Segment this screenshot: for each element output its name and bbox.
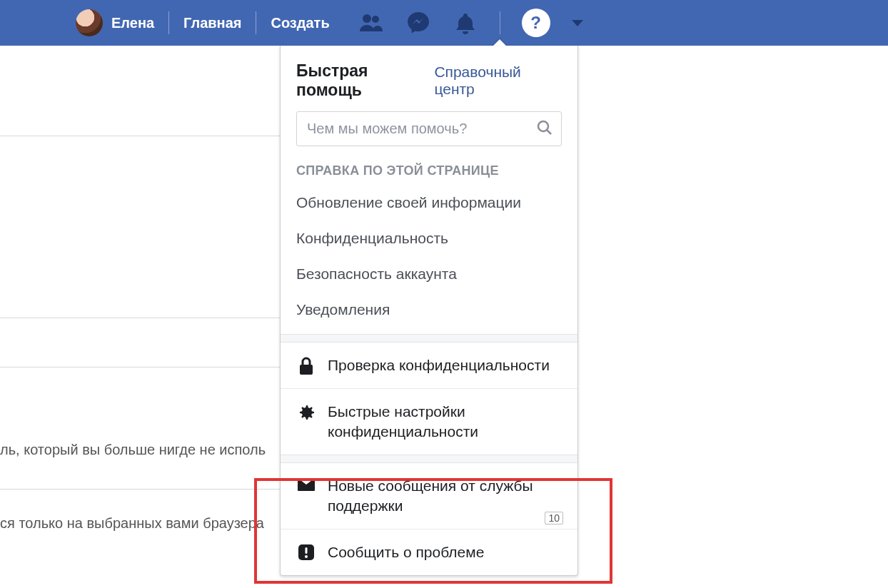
help-topic-notifications[interactable]: Уведомления xyxy=(281,294,577,334)
section-heading: СПРАВКА ПО ЭТОЙ СТРАНИЦЕ xyxy=(281,159,577,187)
svg-rect-7 xyxy=(306,547,308,554)
nav-separator xyxy=(500,11,500,34)
background-content: ль, который вы больше нигде не исполь ся… xyxy=(0,46,314,557)
gear-icon xyxy=(296,403,316,422)
question-mark-icon: ? xyxy=(530,13,541,33)
panel-title: Быстрая помощь xyxy=(296,61,434,100)
help-dropdown: Быстрая помощь Справочный центр СПРАВКА … xyxy=(280,46,578,576)
help-topic-update-info[interactable]: Обновление своей информации xyxy=(281,187,577,223)
account-menu-caret-icon[interactable] xyxy=(572,20,583,26)
exclamation-icon xyxy=(296,544,316,561)
nav-icons-group: ? xyxy=(358,9,583,37)
divider xyxy=(281,334,577,343)
messenger-icon[interactable] xyxy=(405,10,431,36)
top-nav-bar: Елена Главная Создать ? xyxy=(0,0,888,46)
svg-point-1 xyxy=(372,16,379,23)
friends-icon[interactable] xyxy=(358,10,384,36)
svg-rect-4 xyxy=(300,365,313,375)
report-problem-item[interactable]: Сообщить о проблеме xyxy=(281,529,577,575)
support-inbox-badge: 10 xyxy=(545,512,563,524)
svg-point-8 xyxy=(305,555,308,558)
avatar[interactable] xyxy=(76,9,103,36)
profile-name-link[interactable]: Елена xyxy=(111,15,154,31)
nav-separator xyxy=(256,11,256,34)
svg-point-2 xyxy=(538,121,548,131)
home-link[interactable]: Главная xyxy=(183,15,241,31)
svg-line-3 xyxy=(548,130,552,134)
lock-icon xyxy=(296,357,316,375)
dropdown-arrow xyxy=(493,39,507,46)
divider xyxy=(281,455,577,463)
privacy-shortcuts-item[interactable]: Быстрые настройки конфиденциальности xyxy=(281,389,577,455)
support-inbox-item[interactable]: Новые сообщения от службы поддержки 10 xyxy=(281,463,577,529)
help-center-link[interactable]: Справочный центр xyxy=(434,64,562,98)
nav-separator xyxy=(168,11,169,34)
help-button[interactable]: ? xyxy=(522,9,550,37)
background-text: ся только на выбранных вами браузера xyxy=(0,513,264,533)
svg-point-0 xyxy=(363,14,371,23)
item-label: Быстрые настройки конфиденциальности xyxy=(328,402,562,442)
search-icon xyxy=(536,119,553,139)
background-text: ль, который вы больше нигде не исполь xyxy=(0,440,266,460)
help-search-input[interactable] xyxy=(296,111,562,146)
create-link[interactable]: Создать xyxy=(271,15,329,31)
mail-icon xyxy=(296,477,316,492)
item-label: Проверка конфиденциальности xyxy=(328,355,550,375)
help-topic-privacy[interactable]: Конфиденциальность xyxy=(281,223,577,258)
notifications-icon[interactable] xyxy=(453,10,478,36)
help-topic-account-security[interactable]: Безопасность аккаунта xyxy=(281,258,577,294)
item-label: Новые сообщения от службы поддержки xyxy=(328,476,562,516)
privacy-checkup-item[interactable]: Проверка конфиденциальности xyxy=(281,343,577,388)
item-label: Сообщить о проблеме xyxy=(328,542,484,562)
